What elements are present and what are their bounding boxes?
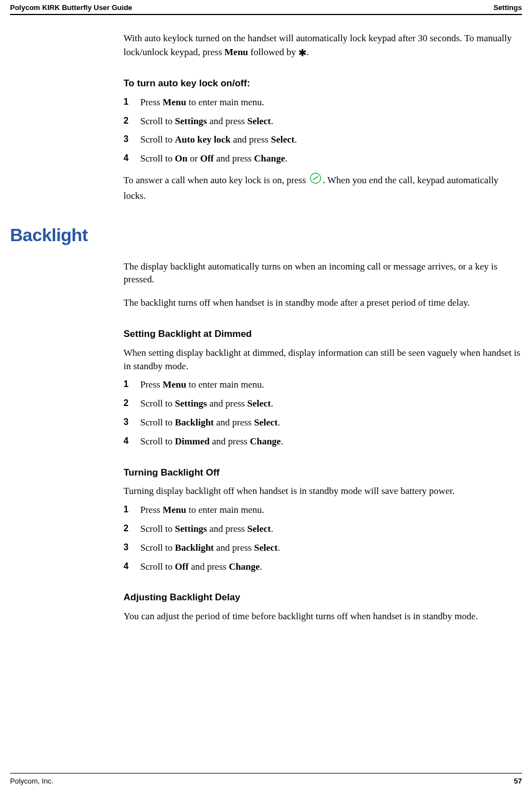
text: . bbox=[278, 542, 280, 553]
text: and press bbox=[207, 523, 247, 534]
paragraph: When setting display backlight at dimmed… bbox=[124, 346, 522, 373]
text: Scroll to bbox=[140, 436, 175, 447]
text: to enter main menu. bbox=[186, 379, 264, 390]
text: Scroll to bbox=[140, 523, 175, 534]
paragraph: The display backlight automatically turn… bbox=[124, 260, 522, 287]
text: Settings bbox=[175, 398, 207, 409]
text: Scroll to bbox=[140, 561, 175, 572]
section-delay: Adjusting Backlight Delay You can adjust… bbox=[124, 591, 522, 623]
text: . bbox=[285, 153, 287, 164]
text: and press bbox=[207, 398, 247, 409]
page-number: 57 bbox=[514, 777, 522, 785]
text: Menu bbox=[162, 379, 186, 390]
text: followed by bbox=[248, 47, 298, 57]
text: With auto keylock turned on the handset … bbox=[124, 33, 511, 57]
text: . bbox=[271, 116, 273, 126]
text: and press bbox=[189, 561, 229, 572]
intro-block: With auto keylock turned on the handset … bbox=[124, 32, 522, 59]
text: . bbox=[271, 398, 273, 409]
text: and press bbox=[214, 417, 254, 428]
heading-backlight: Backlight bbox=[10, 225, 522, 246]
header-right: Settings bbox=[494, 3, 522, 12]
text: Change bbox=[254, 153, 285, 164]
backlight-intro: The display backlight automatically turn… bbox=[124, 260, 522, 310]
intro-paragraph: With auto keylock turned on the handset … bbox=[124, 32, 522, 59]
text: Dimmed bbox=[175, 436, 209, 447]
step: Scroll to Settings and press Select. bbox=[124, 397, 522, 410]
section-dimmed: Setting Backlight at Dimmed When setting… bbox=[124, 327, 522, 448]
text: Settings bbox=[175, 116, 207, 126]
heading-off: Turning Backlight Off bbox=[124, 466, 522, 479]
text: and press bbox=[214, 153, 254, 164]
text: Press bbox=[140, 505, 162, 515]
text: Scroll to bbox=[140, 134, 175, 145]
header-left: Polycom KIRK Butterfly User Guide bbox=[10, 3, 132, 12]
text: Backlight bbox=[175, 542, 214, 553]
text: and press bbox=[230, 134, 270, 145]
step: Scroll to Dimmed and press Change. bbox=[124, 435, 522, 448]
step: Scroll to Auto key lock and press Select… bbox=[124, 133, 522, 146]
text: . bbox=[278, 417, 280, 428]
page-header: Polycom KIRK Butterfly User Guide Settin… bbox=[0, 0, 532, 12]
text: Off bbox=[200, 153, 214, 164]
text: Scroll to bbox=[140, 398, 175, 409]
heading-delay: Adjusting Backlight Delay bbox=[124, 591, 522, 604]
steps-auto-keylock: Press Menu to enter main menu. Scroll to… bbox=[124, 96, 522, 165]
text: to enter main menu. bbox=[186, 505, 264, 515]
text: . bbox=[260, 561, 262, 572]
text: . bbox=[294, 134, 297, 145]
steps-off: Press Menu to enter main menu. Scroll to… bbox=[124, 503, 522, 573]
paragraph: You can adjust the period of time before… bbox=[124, 610, 522, 623]
text: and press bbox=[210, 436, 250, 447]
text: and press bbox=[207, 116, 247, 126]
step: Scroll to On or Off and press Change. bbox=[124, 152, 522, 165]
text: to enter main menu. bbox=[186, 97, 264, 107]
text: Select bbox=[247, 398, 270, 409]
step: Scroll to Backlight and press Select. bbox=[124, 541, 522, 555]
footer-rule bbox=[10, 773, 522, 774]
page-footer: Polycom, Inc. 57 bbox=[10, 773, 522, 785]
text: Press bbox=[140, 379, 162, 390]
text: On bbox=[175, 153, 188, 164]
footer-left: Polycom, Inc. bbox=[10, 777, 53, 785]
text: Select bbox=[271, 134, 294, 145]
star-icon: ✱ bbox=[298, 47, 307, 58]
steps-dimmed: Press Menu to enter main menu. Scroll to… bbox=[124, 378, 522, 448]
text: Select bbox=[254, 542, 277, 553]
text: . bbox=[307, 47, 309, 57]
text: Change bbox=[229, 561, 260, 572]
section-auto-keylock: To turn auto key lock on/off: Press Menu… bbox=[124, 77, 522, 203]
text: To answer a call when auto key lock is o… bbox=[124, 175, 308, 185]
text: . bbox=[281, 436, 283, 447]
menu-word: Menu bbox=[224, 47, 248, 57]
text: Backlight bbox=[175, 417, 214, 428]
heading-dimmed: Setting Backlight at Dimmed bbox=[124, 327, 522, 341]
step: Scroll to Backlight and press Select. bbox=[124, 416, 522, 429]
text: Scroll to bbox=[140, 116, 175, 126]
paragraph: Turning display backlight off when hands… bbox=[124, 484, 522, 498]
text: Change bbox=[250, 436, 281, 447]
heading-auto-keylock: To turn auto key lock on/off: bbox=[124, 77, 522, 90]
post-steps-paragraph: To answer a call when auto key lock is o… bbox=[124, 173, 522, 203]
text: or bbox=[188, 153, 200, 164]
step: Press Menu to enter main menu. bbox=[124, 96, 522, 109]
paragraph: The backlight turns off when handset is … bbox=[124, 296, 522, 310]
step: Scroll to Off and press Change. bbox=[124, 560, 522, 574]
text: Menu bbox=[162, 97, 186, 107]
text: Scroll to bbox=[140, 542, 175, 553]
text: Select bbox=[247, 523, 270, 534]
text: Scroll to bbox=[140, 153, 175, 164]
text: Select bbox=[254, 417, 277, 428]
step: Press Menu to enter main menu. bbox=[124, 503, 522, 517]
text: Select bbox=[247, 116, 270, 126]
text: Press bbox=[140, 97, 162, 107]
text: Menu bbox=[162, 505, 186, 515]
text: Scroll to bbox=[140, 417, 175, 428]
text: . bbox=[271, 523, 273, 534]
text: Off bbox=[175, 561, 189, 572]
text: Settings bbox=[175, 523, 207, 534]
text: Auto key lock bbox=[175, 134, 230, 145]
call-answer-icon bbox=[309, 172, 322, 188]
footer-row: Polycom, Inc. 57 bbox=[10, 777, 522, 785]
step: Scroll to Settings and press Select. bbox=[124, 115, 522, 128]
